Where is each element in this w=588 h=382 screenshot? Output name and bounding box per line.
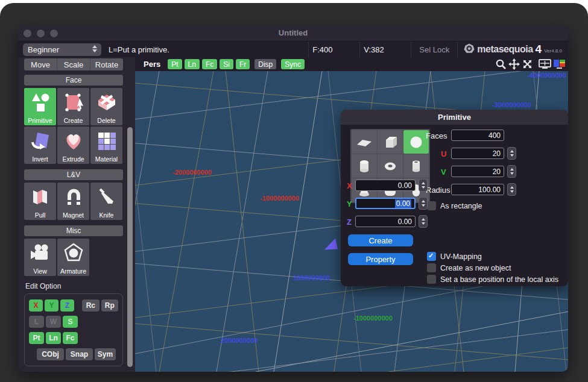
sidebar-scrollbar-thumb[interactable]	[127, 127, 133, 367]
magnet-tool-button[interactable]: Magnet	[57, 183, 89, 220]
y-stepper[interactable]	[419, 197, 428, 210]
grid-coordinate-label: -4000000000	[527, 72, 566, 79]
grid-coordinate-label: -3000000000	[492, 101, 531, 108]
primitive-shape-grid	[350, 129, 430, 203]
grid-coordinate-label: -2000000000	[172, 169, 212, 176]
point-toggle[interactable]: Pt	[29, 332, 44, 344]
shape-cube-button[interactable]	[378, 130, 403, 154]
cobj-button[interactable]: CObj	[37, 348, 64, 360]
z-stepper[interactable]	[419, 215, 428, 228]
window-title: Untitled	[18, 28, 568, 37]
sidebar-scrollbar-track[interactable]	[125, 57, 135, 372]
shape-tube-button[interactable]	[403, 154, 429, 178]
misc-tool-grid: View Armature	[24, 239, 123, 276]
primitive-dialog-title[interactable]: Primitive	[341, 110, 568, 125]
material-icon	[96, 131, 117, 151]
axis-x-toggle[interactable]: X	[29, 299, 43, 312]
knife-tool-button[interactable]: Knife	[90, 183, 122, 220]
axis-y-toggle[interactable]: Y	[45, 299, 58, 312]
primitive-tool-button[interactable]: Primitive	[24, 88, 56, 125]
toolbar: Beginner L=Put a primitive. F:400 V:382 …	[18, 41, 568, 57]
toggle-disp[interactable]: Disp	[254, 59, 276, 69]
edit-option-box: X Y Z Rc Rp L W S Pt Ln Fc	[24, 293, 123, 366]
pull-icon	[30, 187, 51, 207]
vertex-count: V:382	[360, 45, 411, 54]
grid-coordinate-label: 1000000000	[293, 274, 330, 281]
lv-section-header: L&V	[24, 169, 123, 180]
toggle-pt[interactable]: Pt	[168, 59, 182, 69]
new-object-label: Create as new object	[440, 264, 511, 272]
axis-z-toggle[interactable]: Z	[60, 299, 74, 312]
u-field[interactable]: 20	[451, 148, 504, 159]
u-stepper[interactable]	[507, 147, 516, 160]
base-position-label: Set a base position of the local axis	[440, 275, 558, 284]
y-field[interactable]: 0.00	[355, 198, 416, 209]
faces-field[interactable]: 400	[451, 130, 504, 141]
armature-tool-button[interactable]: Armature	[57, 239, 89, 276]
material-tool-button[interactable]: Material	[90, 127, 122, 164]
rotate-button[interactable]: Rotate	[90, 58, 123, 70]
uv-mapping-checkbox[interactable]	[427, 252, 436, 261]
toggle-sync[interactable]: Sync	[281, 59, 305, 69]
tool-sidebar: Move Scale Rotate Face Primitive	[18, 57, 125, 372]
u-label: U	[441, 149, 446, 158]
armature-icon	[63, 243, 84, 263]
transform-row: Move Scale Rotate	[24, 58, 123, 70]
scale-button[interactable]: Scale	[57, 58, 90, 70]
radius-stepper[interactable]	[507, 183, 516, 196]
world-toggle[interactable]: W	[46, 316, 61, 328]
screen-toggle[interactable]: S	[63, 316, 78, 328]
new-object-checkbox[interactable]	[427, 263, 436, 272]
view-tool-button[interactable]: View	[24, 239, 56, 276]
shape-plane-button[interactable]	[352, 130, 377, 154]
create-tool-button[interactable]: Create	[57, 88, 89, 125]
pan-view-icon[interactable]	[508, 58, 520, 70]
mode-select[interactable]: Beginner	[23, 43, 101, 56]
rc-button[interactable]: Rc	[82, 299, 99, 312]
line-toggle[interactable]: Ln	[46, 332, 61, 344]
x-stepper[interactable]	[419, 179, 428, 192]
y-label: Y	[347, 199, 352, 208]
toggle-fc[interactable]: Fc	[202, 59, 217, 69]
brand-name: metasequoia	[477, 45, 533, 54]
toggle-fr[interactable]: Fr	[236, 59, 250, 69]
toggle-ln[interactable]: Ln	[185, 59, 200, 69]
3d-viewport[interactable]: -4000000000 -3000000000 -2000000000 -100…	[135, 71, 568, 372]
zoom-view-icon[interactable]	[495, 58, 507, 70]
face-toggle[interactable]: Fc	[63, 332, 78, 344]
v-stepper[interactable]	[507, 165, 516, 178]
single-view-icon[interactable]	[539, 59, 551, 69]
z-field[interactable]: 0.00	[355, 216, 416, 227]
property-button[interactable]: Property	[348, 253, 413, 265]
delete-tool-button[interactable]: Delete	[90, 88, 122, 125]
chevron-updown-icon	[92, 45, 97, 52]
shape-torus-button[interactable]	[378, 154, 403, 178]
quad-view-icon[interactable]	[553, 59, 566, 69]
toggle-si[interactable]: Si	[220, 59, 233, 69]
local-toggle[interactable]: L	[29, 316, 44, 328]
face-count: F:400	[309, 45, 359, 54]
create-button[interactable]: Create	[348, 234, 413, 246]
sym-button[interactable]: Sym	[95, 348, 116, 360]
snap-button[interactable]: Snap	[66, 348, 93, 360]
knife-icon	[96, 187, 117, 207]
pull-tool-button[interactable]: Pull	[24, 183, 56, 220]
move-button[interactable]: Move	[24, 58, 57, 70]
extrude-tool-button[interactable]: Extrude	[57, 127, 89, 164]
as-rectangle-checkbox[interactable]	[427, 201, 436, 210]
grid-coordinate-label: -1000000000	[260, 195, 299, 202]
rotate-view-icon[interactable]	[522, 58, 533, 70]
x-field[interactable]: 0.00	[355, 180, 416, 191]
view-mode-label[interactable]: Pers	[144, 60, 160, 69]
v-field[interactable]: 20	[451, 166, 504, 177]
shape-sphere-button[interactable]	[403, 130, 429, 154]
radius-label: Radius	[426, 186, 450, 195]
invert-icon	[30, 131, 51, 151]
shape-cylinder-button[interactable]	[352, 154, 377, 178]
radius-field[interactable]: 100.00	[451, 184, 504, 195]
rp-button[interactable]: Rp	[101, 299, 118, 312]
base-position-checkbox[interactable]	[427, 275, 436, 284]
invert-tool-button[interactable]: Invert	[24, 127, 56, 164]
viewport-header: Pers Pt Ln Fc Si Fr Disp Sync	[135, 57, 568, 71]
sel-lock-button[interactable]: Sel Lock	[411, 45, 457, 54]
